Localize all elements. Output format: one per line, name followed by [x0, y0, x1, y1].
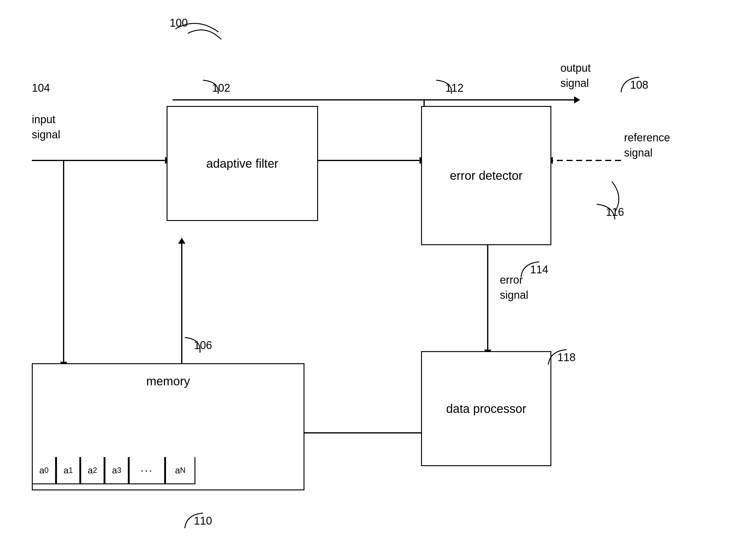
curve-112 [433, 79, 458, 97]
curve-102 [200, 79, 224, 97]
curve-108 [618, 76, 642, 94]
label-input-signal: input signal [32, 112, 60, 143]
box-adaptive-filter: adaptive filter [167, 106, 318, 221]
adaptive-filter-label: adaptive filter [206, 156, 278, 171]
data-processor-label: data processor [446, 401, 527, 417]
memory-cell-a3: a3 [104, 457, 129, 484]
error-detector-label: error detector [450, 168, 523, 183]
memory-cell-an: aN [165, 457, 195, 484]
curve-110 [182, 512, 206, 530]
svg-marker-9 [574, 96, 580, 104]
box-error-detector: error detector [421, 106, 551, 245]
curve-116 [594, 203, 618, 221]
curve-114 [518, 260, 542, 278]
label-100: 100 [170, 17, 188, 29]
memory-cell-dots: ··· [129, 457, 165, 484]
svg-marker-17 [178, 238, 185, 244]
label-reference-signal: reference signal [624, 130, 670, 161]
box-data-processor: data processor [421, 351, 551, 466]
label-104: 104 [32, 82, 50, 94]
curve-106 [182, 336, 206, 354]
memory-cell-a0: a0 [32, 457, 56, 484]
diagram: 100 104 input signal adaptive filter 102… [0, 0, 734, 560]
memory-cell-a1: a1 [56, 457, 80, 484]
label-output-signal: output signal [560, 61, 591, 91]
memory-cell-a2: a2 [80, 457, 104, 484]
curve-118 [545, 348, 570, 366]
memory-label: memory [146, 373, 190, 389]
memory-cells-row: a0 a1 a2 a3 ··· aN [32, 457, 195, 484]
